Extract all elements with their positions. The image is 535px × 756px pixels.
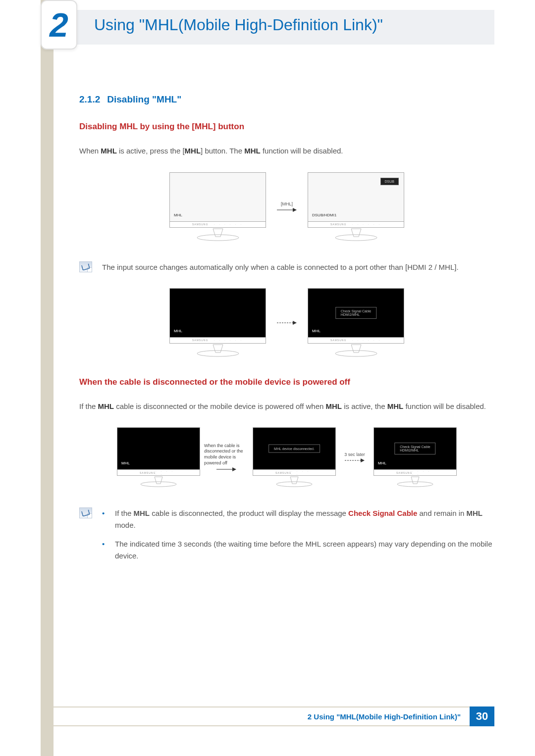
footer-text: 2 Using "MHL(Mobile High-Definition Link… xyxy=(41,706,470,726)
footer: 2 Using "MHL(Mobile High-Definition Link… xyxy=(41,706,494,726)
svg-point-8 xyxy=(276,482,312,487)
monitor-stand-icon xyxy=(196,344,240,357)
monitor-stand-icon xyxy=(196,228,240,242)
monitor-f3-a: MHL SAMSUNG· · · · · · xyxy=(117,427,200,488)
arrow-right-icon xyxy=(277,207,297,212)
note-2: If the MHL cable is disconnected, the pr… xyxy=(79,507,494,569)
note-1: The input source changes automatically o… xyxy=(79,261,494,273)
note-icon xyxy=(79,261,92,272)
monitor-right: DSUB DSUB/HDMI1 SAMSUNG· · · · · · xyxy=(308,172,404,242)
svg-point-3 xyxy=(197,351,239,356)
paragraph-1: When MHL is active, press the [MHL] butt… xyxy=(79,145,494,157)
svg-point-2 xyxy=(335,235,377,241)
svg-point-0 xyxy=(197,235,239,241)
figure-3: MHL SAMSUNG· · · · · · When the cable is… xyxy=(79,427,494,488)
section-heading: 2.1.2Disabling "MHL" xyxy=(79,94,494,105)
monitor-f3-c: Check Signal Cable HDMI2/MHL MHL SAMSUNG… xyxy=(374,427,457,488)
monitor-stand-icon xyxy=(334,344,378,357)
monitor-f3-b: MHL device disconnected. SAMSUNG· · · · … xyxy=(253,427,336,488)
arrow-right-dashed-icon xyxy=(277,320,297,325)
note-1-text: The input source changes automatically o… xyxy=(102,261,494,273)
monitor-left-2: MHL SAMSUNG· · · · · · xyxy=(169,288,266,357)
monitor-stand-icon xyxy=(334,228,378,242)
svg-point-10 xyxy=(397,482,433,487)
arrow-dashed xyxy=(272,320,302,325)
page-number: 30 xyxy=(470,706,494,726)
section-number: 2.1.2 xyxy=(79,94,100,104)
note-2-item-1: If the MHL cable is disconnected, the pr… xyxy=(102,507,494,531)
chapter-number: 2 xyxy=(50,5,68,44)
arrow-3sec: 3 sec later xyxy=(340,452,370,463)
figure-1: MHL SAMSUNG· · · · · · [MHL] DSUB DSUB/H… xyxy=(79,172,494,242)
arrow-mhl-button: [MHL] xyxy=(272,202,302,212)
subsection-heading-1: Disabling MHL by using the [MHL] button xyxy=(79,122,494,132)
monitor-stand-icon xyxy=(395,476,435,488)
monitor-left: MHL SAMSUNG· · · · · · xyxy=(169,172,266,242)
arrow-right-dashed-icon xyxy=(345,458,365,463)
note-2-list: If the MHL cable is disconnected, the pr… xyxy=(102,507,494,569)
monitor-right-2: Check Signal Cable HDMI2/MHL MHL SAMSUNG… xyxy=(308,288,404,357)
monitor-stand-icon xyxy=(139,476,178,488)
page-title: Using "MHL(Mobile High-Definition Link)" xyxy=(94,16,383,34)
note-2-item-2: The indicated time 3 seconds (the waitin… xyxy=(102,538,494,562)
svg-point-6 xyxy=(141,482,176,487)
paragraph-2: If the MHL cable is disconnected or the … xyxy=(79,400,494,413)
svg-point-5 xyxy=(335,351,377,356)
left-margin-band xyxy=(41,0,54,756)
note-icon xyxy=(79,507,92,518)
arrow-right-icon xyxy=(216,467,236,472)
section-title: Disabling "MHL" xyxy=(107,94,181,104)
subsection-heading-2: When the cable is disconnected or the mo… xyxy=(79,377,494,387)
monitor-stand-icon xyxy=(274,476,314,488)
figure-2: MHL SAMSUNG· · · · · · Check Signal Cabl… xyxy=(79,288,494,357)
content-area: 2.1.2Disabling "MHL" Disabling MHL by us… xyxy=(79,94,494,584)
arrow-note-1: When the cable is disconnected or the mo… xyxy=(204,443,249,472)
chapter-badge: 2 xyxy=(41,0,77,50)
